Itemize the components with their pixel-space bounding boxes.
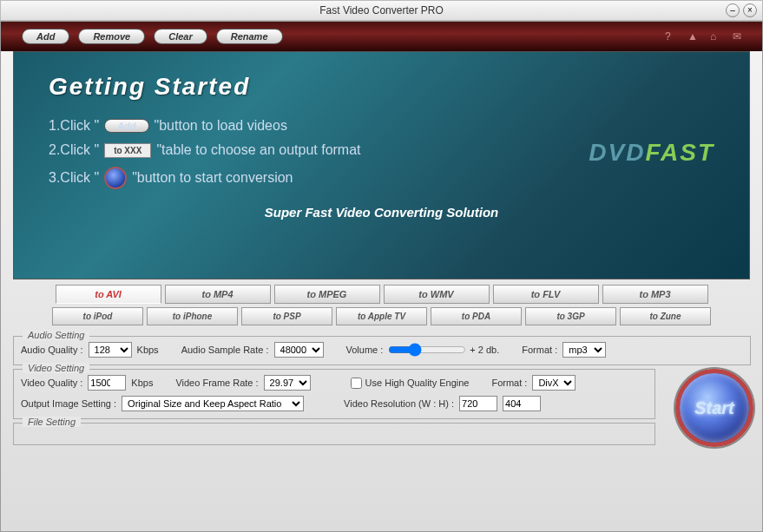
minimize-icon[interactable]: –: [726, 3, 740, 17]
tab-to-mpeg[interactable]: to MPEG: [274, 285, 380, 304]
step3-start-icon: [104, 167, 127, 189]
sample-rate-label: Audio Sample Rate :: [181, 345, 269, 355]
rename-button[interactable]: Rename: [216, 29, 283, 44]
tab-to-iphone[interactable]: to iPhone: [147, 307, 238, 325]
kbps-label: Kbps: [137, 345, 159, 355]
res-height-stepper[interactable]: [503, 396, 541, 411]
tab-to-3gp[interactable]: to 3GP: [525, 307, 616, 325]
step1-add-button: Add: [104, 119, 148, 133]
remove-button[interactable]: Remove: [78, 29, 145, 44]
tab-to-apple-tv[interactable]: to Apple TV: [336, 307, 427, 325]
add-button[interactable]: Add: [22, 29, 69, 44]
audio-legend: Audio Setting: [23, 330, 89, 340]
volume-slider[interactable]: [388, 343, 466, 357]
tab-to-wmv[interactable]: to WMV: [384, 285, 490, 304]
audio-quality-select[interactable]: 128: [89, 342, 132, 358]
video-kbps-label: Kbps: [131, 378, 153, 388]
tab-to-mp3[interactable]: to MP3: [602, 285, 708, 304]
sample-rate-select[interactable]: 48000: [274, 342, 324, 358]
file-legend: File Setting: [23, 417, 81, 427]
volume-value: + 2 db.: [470, 345, 499, 355]
volume-label: Volume :: [346, 345, 384, 355]
step3-post: "button to start conversion: [132, 170, 293, 186]
resolution-label: Video Resolution (W : H) :: [344, 398, 454, 409]
frame-rate-label: Video Frame Rate :: [175, 378, 258, 388]
tab-to-avi[interactable]: to AVI: [56, 285, 161, 304]
close-icon[interactable]: ×: [743, 3, 757, 17]
step2-post: "table to choose an output format: [156, 142, 360, 158]
tab-to-zune[interactable]: to Zune: [620, 307, 711, 325]
hq-engine-checkbox[interactable]: Use High Quality Engine: [351, 378, 470, 389]
step1-pre: 1.Click ": [49, 118, 99, 134]
step1-post: "button to load videos: [155, 118, 287, 134]
brand-logo: DVDFAST: [589, 139, 714, 167]
help-icon[interactable]: ?: [665, 30, 677, 43]
video-format-label: Format :: [491, 378, 527, 388]
tab-to-ipod[interactable]: to iPod: [52, 307, 143, 325]
video-format-select[interactable]: DivX: [532, 375, 576, 391]
output-image-label: Output Image Setting :: [21, 398, 116, 409]
step3-pre: 3.Click ": [49, 170, 99, 186]
user-icon[interactable]: ▲: [687, 30, 700, 43]
getting-started-panel: Getting Started 1.Click " Add "button to…: [13, 51, 750, 279]
window-title: Fast Video Converter PRO: [319, 4, 444, 16]
tab-to-psp[interactable]: to PSP: [241, 307, 332, 325]
output-image-select[interactable]: Original Size and Keep Aspect Ratio: [122, 396, 304, 411]
video-quality-label: Video Quality :: [21, 378, 82, 388]
tab-to-pda[interactable]: to PDA: [431, 307, 522, 325]
panel-heading: Getting Started: [49, 73, 714, 101]
clear-button[interactable]: Clear: [154, 29, 207, 44]
audio-format-label: Format :: [522, 345, 557, 355]
audio-format-select[interactable]: mp3: [562, 342, 606, 358]
tab-to-flv[interactable]: to FLV: [493, 285, 599, 304]
frame-rate-select[interactable]: 29.97: [264, 375, 311, 391]
res-width-stepper[interactable]: [459, 396, 497, 411]
mail-icon[interactable]: ✉: [733, 30, 745, 43]
home-icon[interactable]: ⌂: [710, 30, 722, 43]
step2-format-button: to XXX: [104, 143, 151, 158]
tagline: Super Fast Video Converting Solution: [49, 205, 714, 220]
step2-pre: 2.Click ": [49, 142, 99, 158]
video-quality-stepper[interactable]: [88, 375, 126, 391]
start-button[interactable]: Start: [675, 369, 753, 447]
video-legend: Video Setting: [23, 363, 89, 373]
tab-to-mp4[interactable]: to MP4: [165, 285, 271, 304]
audio-quality-label: Audio Quality :: [21, 345, 83, 355]
